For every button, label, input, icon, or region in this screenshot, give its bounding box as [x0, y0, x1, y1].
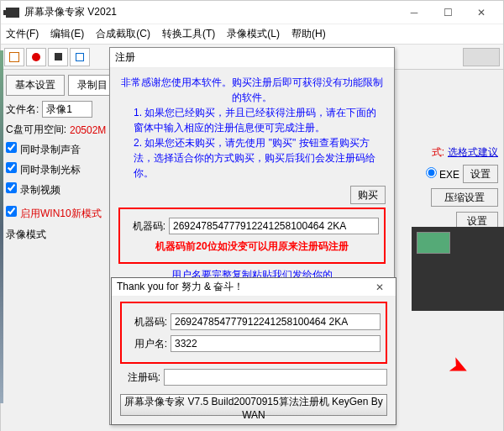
- stop-icon: [55, 53, 62, 60]
- chk-video[interactable]: 录制视频: [6, 182, 60, 197]
- format-link[interactable]: 选格式建议: [448, 145, 498, 160]
- left-strip: [0, 50, 3, 403]
- minimize-button[interactable]: ─: [397, 3, 431, 23]
- tool-stop[interactable]: [48, 48, 68, 66]
- kg-user-label: 用户名:: [127, 337, 167, 351]
- keygen-close-button[interactable]: ✕: [369, 277, 391, 297]
- window-title: 屏幕录像专家 V2021: [24, 5, 117, 19]
- disk-value: 20502M: [70, 124, 106, 136]
- keygen-titlebar: Thank you for 努力 & 奋斗！ ✕: [112, 278, 396, 297]
- menu-help[interactable]: 帮助(H): [291, 27, 326, 41]
- chk-sound[interactable]: 同时录制声音: [6, 142, 81, 157]
- tab-basic[interactable]: 基本设置: [6, 75, 65, 96]
- machine-code-box: 机器码: 机器码前20位如没变可以用原来注册码注册: [118, 208, 386, 264]
- keygen-title: Thank you for 努力 & 奋斗！: [117, 280, 244, 294]
- record-icon: [32, 53, 40, 61]
- menubar: 文件(F) 编辑(E) 合成截取(C) 转换工具(T) 录像模式(L) 帮助(H…: [1, 24, 503, 45]
- machine-code-label: 机器码:: [125, 219, 165, 234]
- menu-file[interactable]: 文件(F): [6, 27, 39, 41]
- tool-extra[interactable]: [70, 48, 90, 66]
- machine-code-warning: 机器码前20位如没变可以用原来注册码注册: [125, 239, 379, 254]
- thumb-icon: [417, 232, 450, 254]
- chk-win10[interactable]: 启用WIN10新模式: [6, 206, 102, 221]
- keygen-dialog: Thank you for 努力 & 奋斗！ ✕ 机器码: 用户名: 注册码: …: [111, 277, 396, 425]
- close-button[interactable]: ✕: [465, 3, 498, 23]
- kg-user-input[interactable]: [171, 335, 381, 352]
- main-titlebar: 屏幕录像专家 V2021 ─ ☐ ✕: [1, 1, 503, 24]
- menu-record-mode[interactable]: 录像模式(L): [227, 27, 280, 41]
- mode-label: 录像模式: [6, 228, 46, 242]
- compress-button[interactable]: 压缩设置: [431, 188, 498, 207]
- register-title: 注册: [115, 50, 135, 65]
- tool-right[interactable]: [463, 48, 500, 66]
- disk-label: C盘可用空间:: [6, 123, 66, 137]
- filename-label: 文件名:: [6, 102, 39, 117]
- format-label: 式:: [432, 145, 444, 160]
- app-icon: [6, 8, 19, 18]
- buy-button[interactable]: 购买: [350, 186, 386, 204]
- machine-code-input[interactable]: [169, 218, 379, 234]
- right-preview: [412, 227, 504, 311]
- radio-exe[interactable]: EXE: [426, 167, 459, 181]
- chk-cursor[interactable]: 同时录制光标: [6, 162, 81, 177]
- register-titlebar: 注册: [110, 48, 394, 68]
- menu-edit[interactable]: 编辑(E): [50, 27, 84, 41]
- maximize-button[interactable]: ☐: [431, 3, 465, 23]
- kg-machine-input[interactable]: [171, 313, 381, 330]
- tool-record[interactable]: [26, 48, 46, 66]
- menu-compose[interactable]: 合成截取(C): [96, 27, 150, 41]
- kg-machine-label: 机器码:: [127, 315, 167, 329]
- kg-code-label: 注册码:: [120, 371, 160, 385]
- settings-button-1[interactable]: 设置: [463, 165, 498, 183]
- kg-code-input[interactable]: [164, 369, 387, 386]
- filename-input[interactable]: [42, 101, 92, 118]
- keygen-redbox: 机器码: 用户名:: [120, 302, 387, 364]
- register-intro: 非常感谢您使用本软件。购买注册后即可获得没有功能限制的软件。 1. 如果您已经购…: [118, 75, 386, 181]
- menu-convert[interactable]: 转换工具(T): [162, 27, 215, 41]
- tool-new[interactable]: [4, 48, 24, 66]
- keygen-generate-button[interactable]: 屏幕录像专家 V7.5 Build20070915算法注册机 KeyGen By…: [120, 394, 387, 416]
